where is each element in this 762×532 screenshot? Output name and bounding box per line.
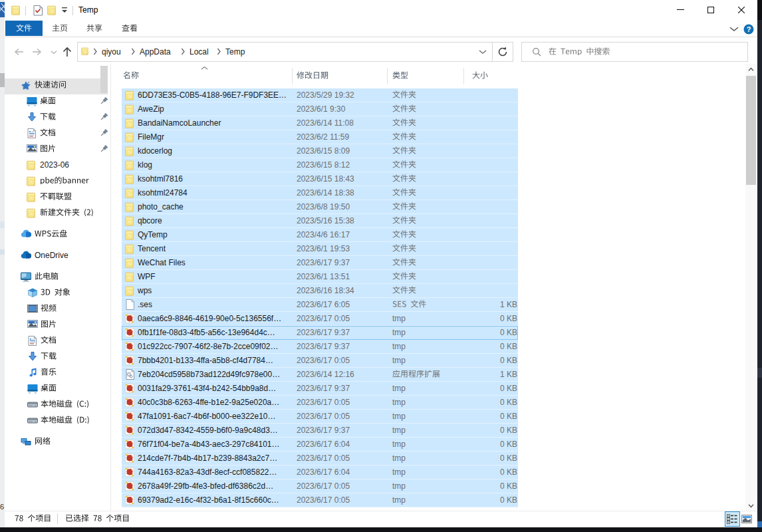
svg-text:?: ? [747, 25, 751, 33]
